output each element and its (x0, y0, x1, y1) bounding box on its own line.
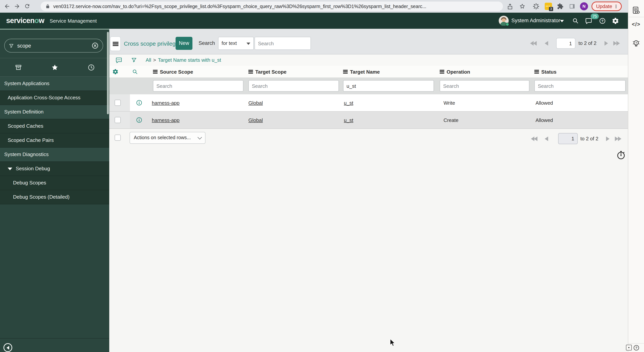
user-menu[interactable]: System Administrator (511, 13, 560, 29)
cell-target-name[interactable]: u_st (344, 94, 353, 111)
list-search-input[interactable] (254, 37, 311, 50)
filter-icon[interactable] (131, 57, 137, 63)
browser-forward-icon[interactable] (14, 3, 20, 10)
browser-back-icon[interactable] (4, 3, 10, 10)
browser-profile-avatar[interactable]: N (580, 2, 588, 10)
extension-yellow-icon[interactable]: 3 (545, 3, 552, 10)
table-row[interactable]: harness-app Global u_st Create Allowed (109, 111, 628, 129)
share-icon[interactable] (507, 3, 513, 10)
clear-filter-icon[interactable] (91, 42, 99, 50)
extension-dots (546, 6, 550, 6)
personalize-list-gear-icon[interactable] (112, 69, 118, 75)
help-circle-icon[interactable] (633, 344, 640, 351)
record-preview-info-icon[interactable] (136, 116, 142, 124)
expand-caret-icon[interactable] (8, 167, 12, 170)
breadcrumb: All>Target Name starts with u_st (146, 54, 221, 66)
url-text[interactable]: ven03172.service-now.com/nav_to.do?uri=%… (53, 4, 426, 9)
global-search-icon[interactable] (572, 17, 579, 24)
sidebar-item-scoped-cache-pairs[interactable]: Scoped Cache Pairs (0, 134, 109, 148)
sidebar-item-system-diagnostics[interactable]: System Diagnostics (0, 148, 109, 162)
column-header-source-scope[interactable]: Source Scope (153, 66, 193, 78)
navigator-filter-value[interactable]: scope (17, 43, 88, 48)
row-checkbox[interactable] (114, 100, 121, 106)
conversations-icon[interactable] (585, 17, 592, 24)
user-avatar[interactable] (499, 16, 509, 26)
browser-menu-icon[interactable]: ⋮ (614, 4, 618, 9)
user-caret-icon[interactable] (560, 20, 564, 22)
bookmark-star-icon[interactable] (519, 3, 526, 10)
sidebar-scrollbar[interactable] (107, 32, 109, 114)
tab-all-applications[interactable] (0, 58, 36, 76)
extension-spinner-icon[interactable] (532, 3, 540, 10)
column-filter-row (109, 78, 628, 94)
pagination-range: to 2 of 2 (578, 38, 596, 49)
list-title[interactable]: Cross scope privileges (124, 36, 182, 51)
cell-target-name[interactable]: u_st (344, 112, 353, 128)
column-menu-icon[interactable] (440, 70, 444, 74)
first-page-button[interactable] (530, 41, 537, 46)
sidebar-item-debug-scopes[interactable]: Debug Scopes (0, 176, 109, 190)
activity-stream-icon[interactable] (116, 57, 122, 64)
select-all-checkbox[interactable] (114, 134, 121, 141)
list-context-menu-button[interactable] (110, 36, 121, 51)
last-page-button[interactable] (615, 136, 622, 141)
cell-target-scope[interactable]: Global (248, 112, 263, 128)
last-page-button[interactable] (613, 41, 620, 46)
sidebar-item-system-definition[interactable]: System Definition (0, 105, 109, 119)
cell-target-scope[interactable]: Global (248, 94, 263, 111)
filter-target-scope-input[interactable] (248, 80, 339, 92)
cell-source-scope[interactable]: harness-app (152, 112, 180, 128)
first-page-button[interactable] (531, 136, 538, 141)
column-header-row: Source Scope Target Scope Target Name Op… (109, 66, 628, 78)
side-panel-icon[interactable] (569, 3, 576, 10)
filter-operation-input[interactable] (440, 80, 530, 92)
column-header-operation[interactable]: Operation (440, 66, 470, 78)
column-header-status[interactable]: Status (534, 66, 556, 78)
previous-page-button[interactable] (545, 41, 548, 46)
column-menu-icon[interactable] (153, 70, 158, 74)
page-number-input[interactable] (556, 38, 576, 49)
column-menu-icon[interactable] (343, 70, 348, 74)
tab-favorites[interactable] (36, 58, 73, 76)
code-panel-icon[interactable]: </> (628, 22, 644, 27)
sidebar-item-application-cross-scope-access[interactable]: Application Cross-Scope Access (0, 91, 109, 105)
reading-list-doc-eye-icon[interactable] (632, 6, 640, 15)
scroll-anchor-icon[interactable] (626, 345, 632, 350)
new-button[interactable]: New (176, 37, 192, 50)
filter-source-scope-input[interactable] (153, 80, 244, 92)
table-row[interactable]: harness-app Global u_st Write Allowed (109, 94, 628, 111)
actions-on-selected-rows-select[interactable]: Actions on selected rows... (130, 132, 206, 144)
browser-reload-icon[interactable] (24, 3, 30, 9)
address-bar[interactable]: ven03172.service-now.com/nav_to.do?uri=%… (41, 2, 503, 11)
row-checkbox[interactable] (114, 117, 121, 123)
next-page-button[interactable] (604, 41, 608, 46)
browser-update-button[interactable]: Update ⋮ (592, 2, 622, 11)
column-menu-icon[interactable] (534, 70, 539, 74)
column-header-target-scope[interactable]: Target Scope (248, 66, 286, 78)
breadcrumb-all-link[interactable]: All (146, 57, 151, 63)
previous-page-button[interactable] (545, 136, 548, 141)
sidebar-item-debug-scopes-detailed[interactable]: Debug Scopes (Detailed) (0, 190, 109, 204)
filter-status-input[interactable] (534, 80, 626, 92)
cell-source-scope[interactable]: harness-app (152, 94, 180, 111)
extensions-puzzle-icon[interactable] (557, 3, 564, 10)
settings-gear-icon[interactable] (612, 17, 619, 24)
sidebar-item-scoped-caches[interactable]: Scoped Caches (0, 119, 109, 134)
idea-bulb-icon[interactable] (632, 39, 640, 48)
breadcrumb-filter-link[interactable]: Target Name starts with u_st (158, 57, 221, 63)
tab-history[interactable] (73, 58, 109, 76)
sidebar-item-session-debug[interactable]: Session Debug (0, 162, 109, 176)
column-menu-icon[interactable] (248, 70, 253, 74)
next-page-button[interactable] (606, 136, 610, 141)
sidebar-item-system-applications[interactable]: System Applications (0, 77, 109, 91)
filter-target-name-input[interactable] (343, 80, 434, 92)
navigator-filter-input[interactable]: scope (4, 39, 103, 52)
column-search-icon[interactable] (132, 69, 138, 75)
column-header-target-name[interactable]: Target Name (343, 66, 380, 78)
page-number-input[interactable] (558, 133, 578, 144)
collapse-sidebar-button[interactable] (4, 343, 12, 352)
search-type-select[interactable]: for text (218, 37, 254, 50)
help-icon[interactable] (599, 17, 606, 24)
response-time-stopwatch-icon[interactable] (616, 150, 626, 160)
record-preview-info-icon[interactable] (136, 99, 142, 106)
